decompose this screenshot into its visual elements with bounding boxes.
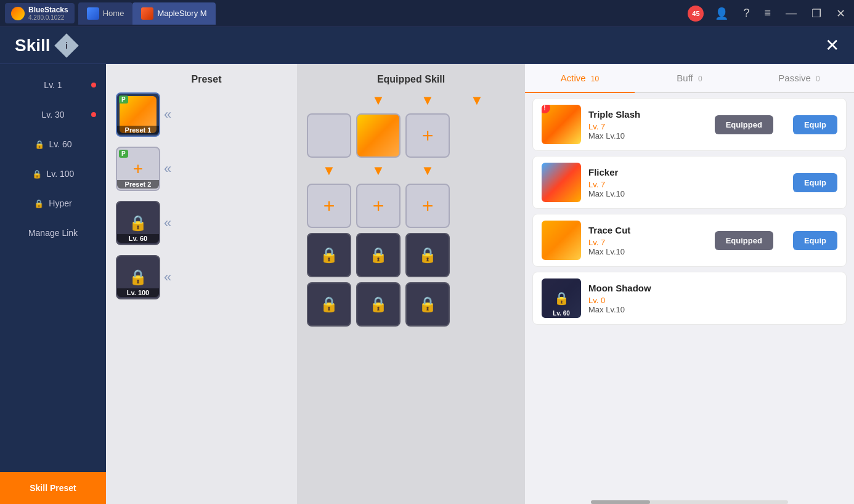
arrow-spacer-1: [307, 92, 351, 111]
tab-maple-label: MapleStory M: [157, 9, 206, 18]
preset-lv60-cell[interactable]: 🔒 Lv. 60: [116, 201, 160, 245]
preset-lv60-label: Lv. 60: [117, 234, 159, 243]
equipped-button-triple-slash[interactable]: Equipped: [715, 115, 773, 134]
equipped-lock-lv60-2[interactable]: 🔒: [356, 233, 401, 277]
menu-icon[interactable]: ≡: [760, 6, 775, 21]
skill-maxlv-moon-shadow: Max Lv.10: [588, 305, 837, 314]
info-button[interactable]: i: [54, 33, 79, 58]
arrow-down-6: ▼: [405, 163, 450, 179]
arrow-down-3: ▼: [455, 92, 499, 108]
equipped-button-trace-cut[interactable]: Equipped: [715, 231, 773, 250]
close-button[interactable]: ✕: [825, 35, 839, 55]
lock-icon-moon-shadow: 🔒: [554, 291, 569, 306]
preset-1-back-icon[interactable]: «: [164, 107, 171, 123]
preset-lv60-back-icon[interactable]: «: [164, 215, 171, 231]
tab-active[interactable]: Active 10: [525, 64, 635, 92]
brand-version: 4.280.0.1022: [28, 14, 68, 21]
skill-lv-triple-slash: Lv. 7: [588, 122, 707, 131]
equipped-slot-1[interactable]: [307, 113, 351, 158]
equipped-lock-lv100-2[interactable]: 🔒: [356, 282, 401, 327]
sidebar-item-lv30[interactable]: Lv. 30: [0, 100, 106, 129]
brand-name: BlueStacks: [28, 6, 68, 14]
equipped-lock-lv60-1[interactable]: 🔒: [307, 233, 351, 277]
right-panel: Active 10 Buff 0 Passive 0 ! Triple Slas…: [525, 64, 854, 504]
sidebar-dot-lv1: [91, 83, 96, 87]
equipped-plus-6[interactable]: +: [405, 184, 450, 228]
lock-icon-lv60: 🔒: [35, 140, 44, 149]
skill-item-moon-shadow: 🔒 Lv. 60 Moon Shadow Lv. 0 Max Lv.10: [532, 272, 847, 325]
tab-home-label: Home: [103, 9, 124, 18]
preset-2-badge: P: [119, 150, 128, 158]
skill-name-triple-slash: Triple Slash: [588, 109, 707, 120]
info-icon: i: [65, 40, 68, 50]
skill-preset-button[interactable]: Skill Preset: [0, 472, 106, 504]
equipped-lock-lv100-1[interactable]: 🔒: [307, 282, 351, 327]
lock-icon-eq-lv100-2: 🔒: [369, 296, 388, 313]
equipped-plus-3[interactable]: +: [405, 113, 450, 158]
lock-icon-eq-lv100-1: 🔒: [320, 296, 338, 313]
equipped-plus-4[interactable]: +: [307, 184, 351, 228]
equipped-lock-lv60-3[interactable]: 🔒: [405, 233, 450, 277]
sidebar-lv1-label: Lv. 1: [44, 80, 62, 90]
preset-1-cell[interactable]: P Preset 1: [116, 92, 160, 137]
lock-icon-eq-lv100-3: 🔒: [418, 296, 437, 313]
titlebar-controls: 45 👤 ? ≡ — ❐ ✕: [688, 6, 849, 22]
sidebar-lv30-label: Lv. 30: [41, 110, 64, 120]
equip-button-triple-slash[interactable]: Equip: [793, 115, 837, 134]
tab-buff-count: 0: [698, 75, 702, 83]
help-icon[interactable]: ?: [739, 6, 753, 21]
moon-shadow-lock-overlay: 🔒 Lv. 60: [542, 278, 581, 318]
sidebar: Lv. 1 Lv. 30 🔒 Lv. 60 🔒 Lv. 100 🔒 Hyper …: [0, 64, 106, 504]
sidebar-item-manage-link[interactable]: Manage Link: [0, 218, 106, 248]
preset-1-badge: P: [119, 96, 128, 104]
sidebar-item-hyper[interactable]: 🔒 Hyper: [0, 189, 106, 218]
sidebar-manage-link-label: Manage Link: [28, 228, 78, 238]
preset-lv100-cell[interactable]: 🔒 Lv. 100: [116, 255, 160, 299]
tab-passive[interactable]: Passive 0: [744, 64, 854, 92]
tab-home[interactable]: Home: [78, 2, 133, 25]
preset-lv100-back-icon[interactable]: «: [164, 269, 171, 285]
skill-thumb-moon-shadow: 🔒 Lv. 60: [542, 278, 581, 318]
notification-button[interactable]: 45: [688, 6, 704, 22]
skill-lv-moon-shadow: Lv. 0: [588, 296, 837, 305]
scrollbar-track[interactable]: [591, 500, 788, 504]
tab-buff[interactable]: Buff 0: [635, 64, 744, 92]
equip-button-trace-cut[interactable]: Equip: [793, 231, 837, 250]
lock-icon-hyper: 🔒: [34, 199, 44, 208]
skill-maxlv-flicker: Max Lv.10: [588, 189, 786, 198]
lock-icon-eq-lv60-1: 🔒: [320, 246, 338, 264]
sidebar-item-lv1[interactable]: Lv. 1: [0, 70, 106, 100]
sidebar-dot-lv30: [91, 112, 96, 117]
minimize-icon[interactable]: —: [782, 6, 800, 21]
sidebar-item-lv100[interactable]: 🔒 Lv. 100: [0, 159, 106, 189]
preset-2-back-icon[interactable]: «: [164, 161, 171, 177]
preset-panel: Preset P Preset 1 « + P Preset 2 « 🔒 Lv.…: [106, 64, 297, 504]
lock-icon-eq-lv60-3: 🔒: [418, 246, 437, 264]
skill-lv-flicker: Lv. 7: [588, 180, 786, 189]
preset-lv100-label: Lv. 100: [117, 288, 159, 297]
titlebar: BlueStacks 4.280.0.1022 Home MapleStory …: [0, 0, 854, 27]
sidebar-item-lv60[interactable]: 🔒 Lv. 60: [0, 129, 106, 159]
arrow-down-4: ▼: [307, 163, 351, 179]
skill-info-moon-shadow: Moon Shadow Lv. 0 Max Lv.10: [588, 283, 837, 314]
close-window-icon[interactable]: ✕: [832, 6, 849, 22]
preset-2-cell[interactable]: + P Preset 2: [116, 147, 160, 191]
skill-name-flicker: Flicker: [588, 167, 786, 177]
equipped-plus-5[interactable]: +: [356, 184, 401, 228]
tab-maplestory[interactable]: MapleStory M: [132, 2, 215, 25]
equipped-arrows-row2: ▼ ▼ ▼: [307, 163, 515, 181]
preset-row-lv100: 🔒 Lv. 100 «: [116, 255, 297, 299]
restore-icon[interactable]: ❐: [808, 6, 825, 22]
equipped-row-1: +: [307, 113, 515, 158]
user-icon[interactable]: 👤: [711, 6, 732, 22]
skill-info-trace-cut: Trace Cut Lv. 7 Max Lv.10: [588, 225, 707, 256]
equipped-lock-lv100-3[interactable]: 🔒: [405, 282, 450, 327]
equipped-row-lv60: 🔒 🔒 🔒: [307, 233, 515, 277]
equipped-slot-2[interactable]: [356, 113, 401, 158]
equip-button-flicker[interactable]: Equip: [793, 173, 837, 192]
skill-tabs: Active 10 Buff 0 Passive 0: [525, 64, 854, 93]
equipped-panel: Equipped Skill ▼ ▼ ▼ + ▼ ▼ ▼ + + +: [297, 64, 525, 504]
skill-name-trace-cut: Trace Cut: [588, 225, 707, 235]
preset-header: Preset: [116, 74, 297, 85]
maple-tab-icon: [141, 7, 153, 20]
